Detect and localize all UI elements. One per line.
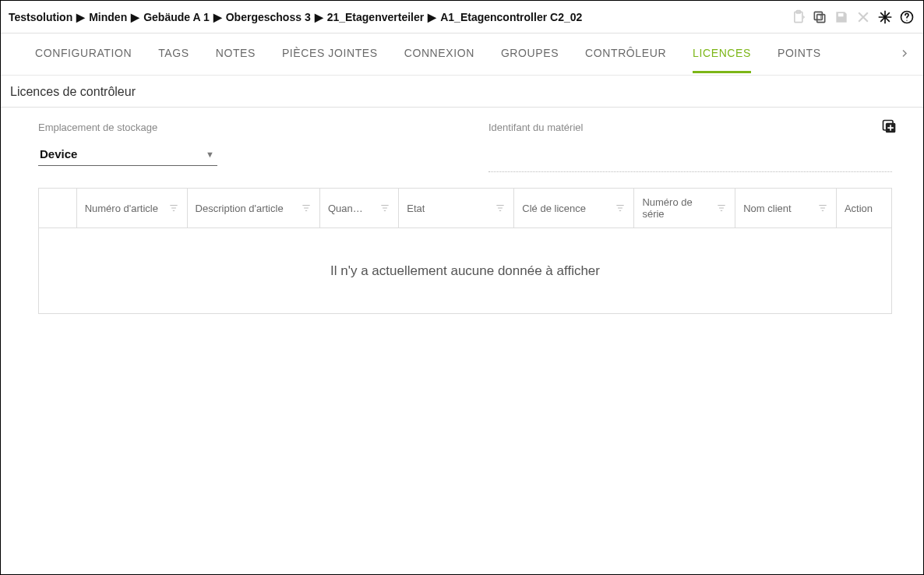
hardware-id-label: Identifant du matériel [488, 122, 892, 133]
column-label: Clé de licence [522, 203, 586, 214]
column-header[interactable] [39, 189, 77, 228]
tab-tags[interactable]: TAGS [158, 35, 189, 73]
breadcrumb-segment[interactable]: Gebäude A 1 [143, 11, 210, 23]
filter-icon[interactable] [716, 203, 727, 213]
column-header[interactable]: Action [836, 189, 891, 228]
hardware-id-field[interactable] [488, 155, 892, 172]
add-license-button[interactable] [881, 118, 897, 136]
tab-points[interactable]: POINTS [778, 35, 821, 73]
breadcrumb-separator-icon: ▶ [315, 11, 323, 23]
column-header[interactable]: Numéro d'article [76, 189, 187, 228]
svg-point-6 [906, 19, 907, 20]
column-header[interactable]: Description d'article [187, 189, 319, 228]
close-icon [855, 9, 872, 26]
tab-groupes[interactable]: GROUPES [501, 35, 559, 73]
breadcrumb-segment[interactable]: Testsolution [9, 11, 72, 23]
tabs-scroll-right-icon[interactable] [900, 48, 909, 61]
toolbar: T [789, 9, 915, 26]
filter-icon[interactable] [615, 203, 626, 213]
tab-notes[interactable]: NOTES [216, 35, 256, 73]
column-label: Action [845, 203, 873, 214]
tab-pi-ces-jointes[interactable]: PIÈCES JOINTES [282, 35, 378, 73]
column-header[interactable]: Numéro de série [634, 189, 735, 228]
breadcrumb-segment[interactable]: Obergeschoss 3 [226, 11, 311, 23]
tab-connexion[interactable]: CONNEXION [404, 35, 474, 73]
column-label: Nom client [743, 203, 791, 214]
breadcrumb-segment[interactable]: 21_Etagenverteiler [327, 11, 425, 23]
help-icon[interactable] [898, 9, 915, 26]
filter-icon[interactable] [817, 203, 828, 213]
storage-location-select[interactable]: Device ▼ [38, 143, 217, 166]
filter-icon[interactable] [301, 203, 312, 213]
column-header[interactable]: Etat [399, 189, 514, 228]
tabs-row: CONFIGURATIONTAGSNOTESPIÈCES JOINTESCONN… [1, 34, 923, 76]
storage-location-value: Device [40, 147, 77, 161]
column-label: Numéro de série [642, 196, 711, 220]
save-icon [833, 9, 850, 26]
breadcrumb: Testsolution▶Minden▶Gebäude A 1▶Obergesc… [9, 11, 582, 23]
column-header[interactable]: Quan… [319, 189, 398, 228]
licenses-table-empty: Il n'y a actuellement aucune donnée à af… [38, 228, 892, 314]
svg-text:T: T [819, 13, 822, 19]
breadcrumb-separator-icon: ▶ [213, 11, 222, 23]
column-header[interactable]: Clé de licence [514, 189, 634, 228]
storage-location-label: Emplacement de stockage [38, 122, 442, 133]
column-label: Description d'article [196, 203, 284, 214]
breadcrumb-segment[interactable]: Minden [89, 11, 127, 23]
filter-icon[interactable] [379, 203, 390, 213]
tab-contr-leur[interactable]: CONTRÔLEUR [585, 35, 666, 73]
chevron-down-icon: ▼ [206, 150, 214, 159]
breadcrumb-separator-icon: ▶ [131, 11, 139, 23]
filter-icon[interactable] [495, 203, 506, 213]
tab-licences[interactable]: LICENCES [693, 35, 751, 73]
column-label: Numéro d'article [85, 203, 158, 214]
breadcrumb-separator-icon: ▶ [428, 11, 436, 23]
filter-icon[interactable] [168, 203, 179, 213]
column-header[interactable]: Nom client [735, 189, 837, 228]
column-label: Quan… [328, 203, 363, 214]
breadcrumb-separator-icon: ▶ [76, 11, 85, 23]
column-label: Etat [407, 203, 425, 214]
snowflake-icon[interactable] [876, 9, 894, 26]
paste-icon [789, 9, 806, 26]
copy-icon[interactable]: T [811, 9, 828, 26]
section-title: Licences de contrôleur [1, 76, 923, 108]
tab-configuration[interactable]: CONFIGURATION [35, 35, 132, 73]
licenses-table: Numéro d'articleDescription d'articleQua… [38, 188, 892, 228]
breadcrumb-segment[interactable]: A1_Etagencontroller C2_02 [440, 11, 582, 23]
